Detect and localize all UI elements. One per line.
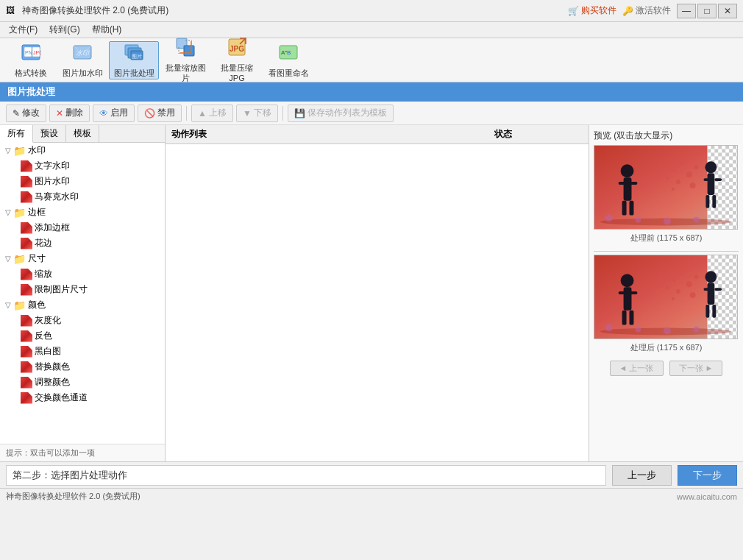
tree-label: 文字水印 <box>35 160 70 172</box>
list-item[interactable]: 反色 <box>0 328 165 344</box>
rename-label: 看图重命名 <box>269 68 309 78</box>
tab-preset[interactable]: 预设 <box>33 125 66 142</box>
list-item[interactable]: 调整颜色 <box>0 375 165 390</box>
left-panel: 所有 预设 模板 ▽ 📁 水印 文字水印 图片水印 马赛克水印 <box>0 125 166 461</box>
left-tabs: 所有 预设 模板 <box>0 125 165 143</box>
edit-button[interactable]: ✎ 修改 <box>6 104 46 122</box>
save-template-button[interactable]: 💾 保存动作列表为模板 <box>288 104 394 122</box>
close-button[interactable]: ✕ <box>718 4 737 18</box>
app-icon: 🖼 <box>6 5 18 17</box>
tree-node-color-folder[interactable]: ▽ 📁 颜色 <box>0 297 165 313</box>
tree-label: 颜色 <box>28 299 46 311</box>
folder-icon: 📁 <box>13 253 26 265</box>
next-step-button[interactable]: 下一步 <box>678 465 737 486</box>
action-tree[interactable]: ▽ 📁 水印 文字水印 图片水印 马赛克水印 ▽ 📁 边框 <box>0 143 165 444</box>
tree-label: 黑白图 <box>35 345 61 358</box>
toolbar-batch[interactable]: 图片 图片批处理 <box>109 41 159 79</box>
list-item[interactable]: 文字水印 <box>0 158 165 174</box>
toolbar-compress[interactable]: JPG 批量压缩JPG <box>212 41 262 79</box>
tree-label: 花边 <box>35 237 52 249</box>
svg-rect-56 <box>714 288 722 291</box>
buy-software-button[interactable]: 🛒 购买软件 <box>568 4 616 17</box>
tree-label: 缩放 <box>35 268 52 280</box>
list-item[interactable]: 花边 <box>0 235 165 251</box>
list-item[interactable]: 替换颜色 <box>0 359 165 375</box>
tab-all[interactable]: 所有 <box>0 125 33 143</box>
watermark-icon: 水印 <box>72 42 93 67</box>
preview-before-image <box>594 145 737 230</box>
toolbar-rename[interactable]: A B 看图重命名 <box>263 41 313 79</box>
svg-text:图片: 图片 <box>132 54 142 59</box>
list-item[interactable]: 交换颜色通道 <box>0 390 165 405</box>
prev-image-button[interactable]: ◄ 上一张 <box>610 361 664 376</box>
svg-point-40 <box>621 164 634 177</box>
preview-nav: ◄ 上一张 下一张 ► <box>594 361 739 376</box>
list-item[interactable]: 限制图片尺寸 <box>0 282 165 297</box>
list-item[interactable]: 马赛克水印 <box>0 189 165 205</box>
tab-template[interactable]: 模板 <box>66 125 99 142</box>
toolbar-resize[interactable]: 批量缩放图片 <box>160 41 210 79</box>
svg-rect-25 <box>707 173 714 195</box>
delete-icon: ✕ <box>56 108 63 118</box>
action-icon <box>21 330 32 342</box>
svg-rect-57 <box>705 305 709 318</box>
action-icon <box>21 377 32 389</box>
tree-label: 反色 <box>35 330 52 342</box>
title-bar-right: 🛒 购买软件 🔑 激活软件 — □ ✕ <box>568 4 737 18</box>
compress-icon: JPG <box>227 37 247 62</box>
svg-point-67 <box>690 292 696 298</box>
col-action-header: 动作列表 <box>171 128 494 141</box>
down-icon: ▼ <box>243 108 252 118</box>
svg-point-50 <box>694 217 700 223</box>
folder-icon: 📁 <box>13 145 26 157</box>
action-icon <box>21 222 32 234</box>
up-icon: ▲ <box>198 108 207 118</box>
tree-node-watermark-folder[interactable]: ▽ 📁 水印 <box>0 143 165 158</box>
list-item[interactable]: 缩放 <box>0 266 165 282</box>
toolbar-watermark[interactable]: 水印 图片加水印 <box>57 41 107 79</box>
svg-rect-74 <box>630 311 634 325</box>
tree-label: 马赛克水印 <box>35 191 79 203</box>
expand-icon: ▽ <box>3 208 13 216</box>
resize-icon <box>175 37 196 62</box>
enable-button[interactable]: 👁 启用 <box>93 104 135 122</box>
tree-label: 限制图片尺寸 <box>35 283 88 296</box>
menu-file[interactable]: 文件(F) <box>3 22 43 38</box>
activate-software-button[interactable]: 🔑 激活软件 <box>622 4 671 17</box>
window-controls: — □ ✕ <box>677 4 737 18</box>
svg-point-39 <box>672 188 675 191</box>
prev-step-button[interactable]: 上一步 <box>612 465 672 486</box>
menu-help[interactable]: 帮助(H) <box>86 22 128 38</box>
toolbar-format[interactable]: PNG JPG 格式转换 <box>6 41 56 79</box>
list-item[interactable]: 灰度化 <box>0 313 165 328</box>
list-item[interactable]: 添加边框 <box>0 220 165 235</box>
up-button[interactable]: ▲ 上移 <box>191 104 233 122</box>
list-item[interactable]: 图片水印 <box>0 174 165 189</box>
title-bar: 🖼 神奇图像转换处理软件 2.0 (免费试用) 🛒 购买软件 🔑 激活软件 — … <box>0 0 743 22</box>
action-icon <box>21 361 32 373</box>
preview-after[interactable] <box>594 255 738 339</box>
svg-text:A: A <box>281 49 285 56</box>
svg-text:JPG: JPG <box>230 45 244 53</box>
maximize-button[interactable]: □ <box>697 4 717 18</box>
svg-point-49 <box>664 218 671 225</box>
next-image-button[interactable]: 下一张 ► <box>669 361 723 376</box>
svg-point-62 <box>669 268 672 271</box>
tree-node-size-folder[interactable]: ▽ 📁 尺寸 <box>0 251 165 266</box>
disable-button[interactable]: 🚫 禁用 <box>138 104 182 122</box>
delete-button[interactable]: ✕ 删除 <box>49 104 90 122</box>
title-bar-left: 🖼 神奇图像转换处理软件 2.0 (免费试用) <box>6 4 168 17</box>
minimize-button[interactable]: — <box>677 4 696 18</box>
menu-goto[interactable]: 转到(G) <box>43 22 85 38</box>
down-button[interactable]: ▼ 下移 <box>236 104 278 122</box>
preview-before[interactable] <box>594 145 738 230</box>
tree-node-border-folder[interactable]: ▽ 📁 边框 <box>0 205 165 220</box>
preview-title: 预览 (双击放大显示) <box>594 130 739 142</box>
svg-rect-42 <box>619 182 627 185</box>
tree-label: 添加边框 <box>35 221 70 234</box>
svg-point-34 <box>676 180 680 184</box>
step-indicator: 第二步：选择图片处理动作 <box>6 465 606 486</box>
svg-point-78 <box>664 327 671 335</box>
action-icon <box>21 176 32 188</box>
list-item[interactable]: 黑白图 <box>0 344 165 359</box>
